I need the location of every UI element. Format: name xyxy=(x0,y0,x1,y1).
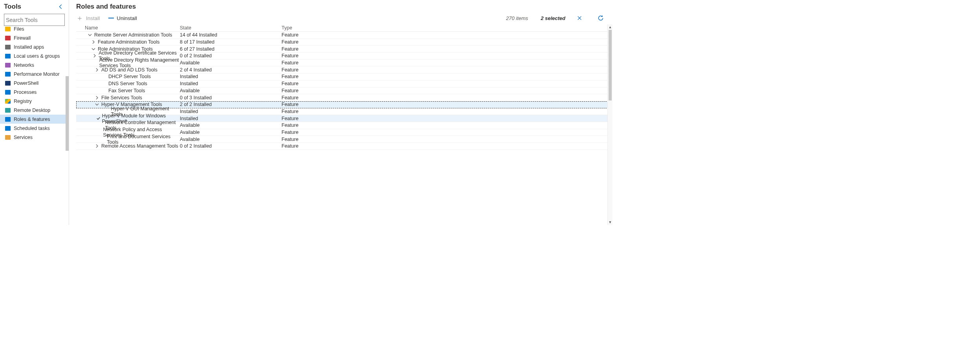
sidebar-item-networks[interactable]: Networks xyxy=(0,60,69,69)
sidebar-icon xyxy=(5,89,11,95)
sidebar-icon xyxy=(5,116,11,122)
sidebar-item-files[interactable]: Files xyxy=(0,24,69,33)
sidebar-item-firewall[interactable]: Firewall xyxy=(0,33,69,42)
row-state: Installed xyxy=(180,74,282,79)
tools-sidebar: Tools FilesFirewallInstalled appsLocal u… xyxy=(0,0,69,225)
sidebar-scrollbar-thumb[interactable] xyxy=(66,76,69,151)
grid-body[interactable]: Remote Server Administration Tools14 of … xyxy=(76,32,612,225)
chevron-down-icon[interactable] xyxy=(87,33,93,37)
row-type: Feature xyxy=(282,130,607,135)
sidebar-icon xyxy=(5,71,11,77)
grid-header: Name State Type xyxy=(76,24,612,32)
sidebar-item-scheduled-tasks[interactable]: Scheduled tasks xyxy=(0,124,69,133)
chevron-right-icon[interactable] xyxy=(94,96,100,100)
sidebar-scroll-area[interactable]: FilesFirewallInstalled appsLocal users &… xyxy=(0,24,69,225)
sidebar-icon xyxy=(5,62,11,68)
item-count: 270 items xyxy=(506,15,528,21)
search-tools-input[interactable] xyxy=(6,17,75,23)
sidebar-item-label: Services xyxy=(14,135,65,140)
sidebar-item-label: Scheduled tasks xyxy=(14,126,65,131)
sidebar-item-powershell[interactable]: PowerShell xyxy=(0,79,69,88)
scroll-down-icon[interactable]: ▼ xyxy=(608,219,612,225)
sidebar-item-registry[interactable]: Registry xyxy=(0,97,69,106)
row-type: Feature xyxy=(282,46,607,52)
sidebar-item-local-users-groups[interactable]: Local users & groups xyxy=(0,51,69,60)
row-state: Available xyxy=(180,130,282,135)
sidebar-item-performance-monitor[interactable]: Performance Monitor xyxy=(0,69,69,79)
chevron-left-icon xyxy=(58,4,64,9)
sidebar-icon xyxy=(5,26,11,32)
sidebar-item-services[interactable]: Services xyxy=(0,133,69,142)
table-row[interactable]: DHCP Server ToolsInstalledFeature xyxy=(76,73,612,80)
row-state: Available xyxy=(180,88,282,93)
grid-scrollbar[interactable]: ▲ ▼ xyxy=(607,24,612,225)
uninstall-button[interactable]: Uninstall xyxy=(108,15,137,21)
uninstall-label: Uninstall xyxy=(117,15,137,21)
sidebar-item-label: Installed apps xyxy=(14,44,65,50)
table-row[interactable]: Remote Server Administration Tools14 of … xyxy=(76,32,612,39)
install-button[interactable]: ＋ Install xyxy=(76,15,100,22)
chevron-down-icon[interactable] xyxy=(91,47,96,51)
sidebar-item-label: Local users & groups xyxy=(14,53,65,59)
row-state: 0 of 3 Installed xyxy=(180,95,282,101)
table-row[interactable]: Fax Server ToolsAvailableFeature xyxy=(76,88,612,95)
row-type: Feature xyxy=(282,32,607,38)
table-row[interactable]: Remote Access Management Tools0 of 2 Ins… xyxy=(76,143,612,150)
row-name: Feature Administration Tools xyxy=(98,39,160,45)
sidebar-item-roles-features[interactable]: Roles & features xyxy=(0,115,69,124)
row-state: 0 of 2 Installed xyxy=(180,53,282,58)
column-name[interactable]: Name xyxy=(76,25,180,31)
grid-scrollbar-thumb[interactable] xyxy=(609,30,612,101)
sidebar-icon xyxy=(5,134,11,140)
collapse-sidebar-button[interactable] xyxy=(57,3,65,11)
row-state: 8 of 17 Installed xyxy=(180,39,282,45)
refresh-button[interactable] xyxy=(597,14,605,22)
sidebar-title: Tools xyxy=(4,3,57,11)
chevron-down-icon[interactable] xyxy=(94,102,100,106)
table-row[interactable]: Print and Document Services ToolsAvailab… xyxy=(76,136,612,143)
sidebar-scrollbar[interactable] xyxy=(66,23,69,225)
scroll-up-icon[interactable]: ▲ xyxy=(608,24,612,30)
row-name: Remote Access Management Tools xyxy=(101,143,178,149)
sidebar-icon xyxy=(5,125,11,131)
sidebar-item-installed-apps[interactable]: Installed apps xyxy=(0,42,69,51)
sidebar-item-remote-desktop[interactable]: Remote Desktop xyxy=(0,106,69,115)
sidebar-item-label: Remote Desktop xyxy=(14,108,65,113)
chevron-right-icon[interactable] xyxy=(92,54,97,58)
table-row[interactable]: Active Directory Rights Management Servi… xyxy=(76,60,612,67)
table-row[interactable]: AD DS and AD LDS Tools2 of 4 InstalledFe… xyxy=(76,66,612,73)
row-type: Feature xyxy=(282,53,607,58)
row-type: Feature xyxy=(282,67,607,73)
row-type: Feature xyxy=(282,137,607,142)
table-row[interactable]: DNS Server ToolsInstalledFeature xyxy=(76,80,612,88)
row-type: Feature xyxy=(282,95,607,101)
sidebar-icon xyxy=(5,107,11,113)
sidebar-item-processes[interactable]: Processes xyxy=(0,88,69,97)
column-state[interactable]: State xyxy=(180,25,282,31)
plus-icon: ＋ xyxy=(76,15,83,22)
chevron-right-icon[interactable] xyxy=(94,68,100,72)
table-row[interactable]: Feature Administration Tools8 of 17 Inst… xyxy=(76,39,612,46)
row-type: Feature xyxy=(282,39,607,45)
toolbar: ＋ Install Uninstall 270 items 2 selected xyxy=(76,12,612,24)
row-name: File Services Tools xyxy=(101,95,142,101)
sidebar-item-label: PowerShell xyxy=(14,80,65,86)
chevron-right-icon[interactable] xyxy=(94,144,100,148)
clear-selection-button[interactable] xyxy=(576,14,583,22)
row-type: Feature xyxy=(282,88,607,93)
sidebar-item-label: Roles & features xyxy=(14,117,65,122)
table-row[interactable]: File Services Tools0 of 3 InstalledFeatu… xyxy=(76,94,612,101)
row-name: DHCP Server Tools xyxy=(108,74,151,79)
row-state: Available xyxy=(180,122,282,128)
row-name: Remote Server Administration Tools xyxy=(94,32,172,38)
row-state: Available xyxy=(180,137,282,142)
row-name: AD DS and AD LDS Tools xyxy=(101,67,157,73)
close-icon xyxy=(577,15,582,21)
selected-count: 2 selected xyxy=(541,15,565,21)
roles-features-grid: Name State Type Remote Server Administra… xyxy=(76,24,612,225)
column-type[interactable]: Type xyxy=(282,25,607,31)
row-type: Feature xyxy=(282,122,607,128)
sidebar-icon xyxy=(5,53,11,59)
row-name: Fax Server Tools xyxy=(108,88,145,93)
chevron-right-icon[interactable] xyxy=(91,40,96,44)
